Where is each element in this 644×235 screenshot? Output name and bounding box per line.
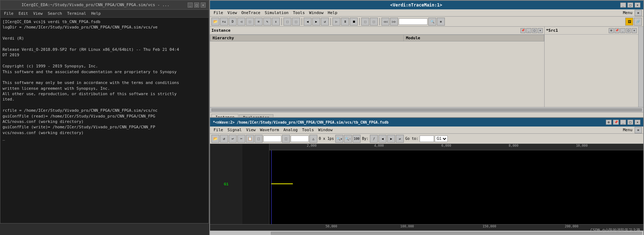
src-close-btn[interactable]: ✕ bbox=[632, 28, 637, 33]
instance-close-btn[interactable]: ✕ bbox=[538, 28, 543, 33]
toolbar-btn2[interactable]: ↑↓ bbox=[220, 18, 228, 26]
nwave-menu-window[interactable]: Window bbox=[316, 127, 335, 133]
toolbar-fwd-btn[interactable]: ▶ bbox=[312, 18, 320, 26]
toolbar-pause-btn[interactable]: ⏸ bbox=[341, 18, 349, 26]
nwave-menu-tools[interactable]: Tools bbox=[300, 127, 316, 133]
toolbar-open-btn[interactable]: 📂 bbox=[211, 18, 219, 26]
nwave-goto-input[interactable]: G1 bbox=[420, 136, 434, 142]
terminal-menu-file[interactable]: File bbox=[2, 10, 16, 17]
nwave-time-input[interactable]: 0 bbox=[263, 136, 281, 142]
toolbar-search-btn[interactable]: 🔍 bbox=[428, 18, 436, 26]
terminal-content[interactable]: [ICer@IC_EDA vcs]$ verdi tb_CNN_FPGA.fsd… bbox=[0, 18, 209, 223]
nwave-extra-btn[interactable]: ≡ bbox=[635, 127, 642, 133]
terminal-menu-help[interactable]: Help bbox=[89, 10, 103, 17]
verdi-toolbar: 📂 ↑↓ D ◁ ⬚ ≡ ✎ ↕ ⬚ ⬚ ◀ ▶ ↺ ▷ ⏸ ⏹ ⬚ ⬚ ◁◁ … bbox=[210, 17, 643, 27]
instance-vscroll[interactable] bbox=[638, 27, 643, 107]
toolbar-play-btn[interactable]: ▷ bbox=[332, 18, 340, 26]
src-content bbox=[545, 35, 638, 107]
nwave-by-label: By: bbox=[361, 137, 369, 141]
verdi-menu-onetrace[interactable]: OneTrace bbox=[239, 10, 263, 16]
terminal-menu-edit[interactable]: Edit bbox=[17, 10, 31, 17]
toolbar-stop-btn[interactable]: ⏹ bbox=[350, 18, 358, 26]
toolbar-right2-btn[interactable]: 🔗 bbox=[634, 18, 642, 26]
nwave-next-btn[interactable]: ▶ bbox=[387, 135, 395, 143]
nwave-time2-input[interactable]: 0 bbox=[291, 136, 309, 142]
instance-hscroll[interactable] bbox=[211, 108, 642, 111]
terminal-menu-terminal[interactable]: Terminal bbox=[65, 10, 88, 17]
nwave-menu-analog[interactable]: Analog bbox=[281, 127, 300, 133]
nwave-reload-btn[interactable]: ↺ bbox=[220, 135, 228, 143]
wave-hscroll-track[interactable] bbox=[271, 232, 642, 235]
verdi-menu-tools[interactable]: Tools bbox=[291, 10, 307, 16]
nwave-menu-file[interactable]: File bbox=[211, 127, 225, 133]
toolbar-btn7[interactable]: ✎ bbox=[263, 18, 271, 26]
verdi-menu-window[interactable]: Window bbox=[307, 10, 326, 16]
instance-min-btn[interactable]: _ bbox=[526, 28, 531, 33]
nwave-delta-btn[interactable]: △ bbox=[309, 135, 317, 143]
nwave-paste-btn[interactable]: 📋 bbox=[246, 135, 254, 143]
verdi-menu-simulation[interactable]: Simulation bbox=[263, 10, 291, 16]
nwave-undo-btn[interactable]: ↩ bbox=[229, 135, 237, 143]
toolbar-arr2-btn[interactable]: ▷▷ bbox=[390, 18, 398, 26]
terminal-menu-search[interactable]: Search bbox=[46, 10, 64, 17]
nwave-goto-dropdown[interactable]: G1 bbox=[435, 136, 448, 142]
nwave-menu-btn[interactable]: Menu bbox=[621, 127, 635, 133]
toolbar-copy1-btn[interactable]: ⬚ bbox=[361, 18, 369, 26]
toolbar-btn10[interactable]: ⬚ bbox=[292, 18, 300, 26]
instance-max-btn[interactable]: □ bbox=[532, 28, 537, 33]
nwave-menu-signal[interactable]: Signal bbox=[225, 127, 244, 133]
terminal-titlebar: ICer@IC_EDA:~/Study/Vivado_pro/CNN_FPGA/… bbox=[0, 0, 209, 10]
nwave-menu-waveform[interactable]: Waveform bbox=[258, 127, 281, 133]
nwave-close-btn[interactable]: ✕ bbox=[635, 120, 640, 125]
toolbar-btn8[interactable]: ↕ bbox=[272, 18, 280, 26]
toolbar-copy2-btn[interactable]: ⬚ bbox=[370, 18, 378, 26]
nwave-cut-btn[interactable]: ✂ bbox=[237, 135, 245, 143]
verdi-close-btn[interactable]: ✕ bbox=[635, 3, 640, 8]
verdi-restore-btn[interactable]: □ bbox=[627, 3, 633, 8]
nwave-zoomout-btn[interactable]: 🔍- bbox=[344, 135, 352, 143]
nwave-min-btn[interactable]: _ bbox=[620, 120, 626, 125]
terminal-menu-view[interactable]: View bbox=[31, 10, 45, 17]
terminal-maximize-btn[interactable]: □ bbox=[194, 3, 199, 8]
nwave-pin-btn[interactable]: 📌 bbox=[613, 120, 619, 125]
toolbar-btn5[interactable]: ⬚ bbox=[246, 18, 254, 26]
toolbar-btn6[interactable]: ≡ bbox=[255, 18, 263, 26]
nwave-menu-view[interactable]: View bbox=[244, 127, 258, 133]
wave-signal-g1: G1 bbox=[224, 182, 228, 186]
nwave-max-btn[interactable]: □ bbox=[627, 120, 633, 125]
terminal-close-btn[interactable]: ✕ bbox=[201, 3, 206, 8]
toolbar-btn4[interactable]: ◁ bbox=[237, 18, 245, 26]
src-max-btn[interactable]: □ bbox=[626, 28, 631, 33]
verdi-menu-file[interactable]: File bbox=[211, 10, 225, 16]
src-panel: *Src1 ⚙ 📌 _ □ ✕ bbox=[545, 27, 638, 107]
src-min-btn[interactable]: _ bbox=[620, 28, 625, 33]
toolbar-zoom-btn[interactable]: ⊕ bbox=[437, 18, 445, 26]
nwave-zoomin-btn[interactable]: 🔍+ bbox=[335, 135, 343, 143]
toolbar-btn3[interactable]: D bbox=[229, 18, 237, 26]
nwave-open-btn[interactable]: 📂 bbox=[211, 135, 219, 143]
toolbar-btn9[interactable]: ⬚ bbox=[283, 18, 291, 26]
src-pin-btn[interactable]: 📌 bbox=[614, 28, 620, 33]
verdi-minimize-btn[interactable]: _ bbox=[620, 3, 626, 8]
toolbar-back-btn[interactable]: ◀ bbox=[304, 18, 312, 26]
nwave-sync-btn[interactable]: ⇌ bbox=[396, 135, 404, 143]
src-settings-btn[interactable]: ⚙ bbox=[609, 28, 614, 33]
verdi-menu-view[interactable]: View bbox=[225, 10, 240, 16]
toolbar-right1-btn[interactable]: 🖼 bbox=[625, 18, 633, 26]
verdi-menu-btn[interactable]: Menu bbox=[621, 10, 635, 16]
verdi-menu-help[interactable]: Help bbox=[326, 10, 340, 16]
terminal-minimize-btn[interactable]: _ bbox=[188, 3, 193, 8]
instance-pin-btn[interactable]: 📌 bbox=[520, 28, 526, 33]
nwave-settings-btn[interactable]: ⚙ bbox=[606, 120, 612, 125]
nwave-zoom100-btn[interactable]: 100 bbox=[353, 135, 361, 143]
nwave-btn6[interactable]: ⬚ bbox=[255, 135, 263, 143]
ruler-mark2-50k: 50,000 bbox=[326, 225, 337, 228]
toolbar-arr1-btn[interactable]: ◁◁ bbox=[381, 18, 389, 26]
toolbar-refresh-btn[interactable]: ↺ bbox=[321, 18, 329, 26]
instance-panel: Instance 📌 _ □ ✕ Hierarchy Module bbox=[210, 27, 545, 107]
toolbar-search-input[interactable] bbox=[399, 18, 428, 25]
nwave-time-btn[interactable]: ⬚ bbox=[282, 135, 290, 143]
nwave-by-icon[interactable]: 𝑓 bbox=[370, 135, 378, 143]
nwave-prev-btn[interactable]: ◀ bbox=[379, 135, 386, 143]
verdi-extra-btn1[interactable]: ≡ bbox=[635, 10, 642, 16]
